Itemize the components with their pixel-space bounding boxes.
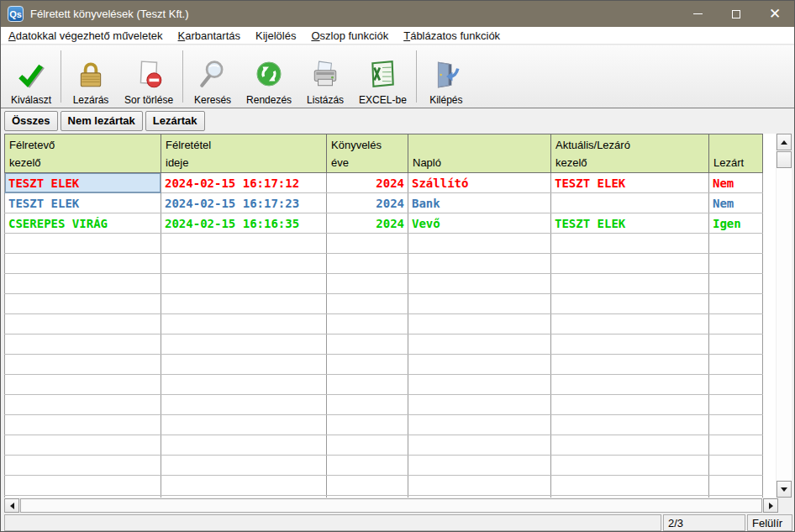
table-cell[interactable] (327, 415, 408, 435)
table-cell[interactable] (327, 375, 408, 395)
column-header-felretevo[interactable]: Félretevőkezelő (5, 134, 161, 173)
table-cell[interactable] (408, 456, 551, 476)
filter-open-button[interactable]: Nem lezártak (61, 111, 143, 131)
table-cell[interactable]: Nem (709, 193, 763, 213)
table-cell[interactable]: TESZT ELEK (5, 173, 161, 193)
table-cell[interactable] (709, 334, 763, 355)
table-cell[interactable]: 2024 (327, 173, 408, 193)
table-cell[interactable] (161, 294, 327, 314)
table-cell[interactable] (327, 294, 408, 314)
table-cell[interactable] (709, 395, 763, 415)
exit-button[interactable]: Kilépés (419, 45, 473, 108)
table-cell[interactable] (5, 314, 161, 334)
table-cell[interactable]: 2024 (327, 193, 408, 213)
table-cell[interactable] (5, 254, 161, 274)
table-cell[interactable] (709, 375, 763, 395)
table-cell[interactable]: Igen (709, 213, 763, 234)
table-cell[interactable] (408, 274, 551, 294)
table-cell[interactable]: Nem (709, 173, 763, 193)
column-header-eve[interactable]: Könyveléséve (327, 134, 408, 173)
table-cell[interactable] (551, 496, 709, 498)
table-cell[interactable] (327, 435, 408, 456)
table-cell[interactable]: TESZT ELEK (551, 213, 709, 234)
table-cell[interactable] (408, 375, 551, 395)
select-button[interactable]: Kiválaszt (4, 45, 58, 108)
table-cell[interactable]: 2024-02-15 16:16:35 (161, 213, 327, 234)
table-cell[interactable] (408, 254, 551, 274)
table-cell[interactable] (709, 476, 763, 496)
table-cell[interactable] (161, 334, 327, 355)
table-cell[interactable]: 2024 (327, 213, 408, 234)
table-cell[interactable] (551, 234, 709, 254)
table-cell[interactable] (161, 254, 327, 274)
table-cell[interactable] (5, 496, 161, 498)
close-button[interactable]: ✕ (756, 1, 794, 27)
table-cell[interactable] (551, 395, 709, 415)
table-cell[interactable] (709, 415, 763, 435)
export-excel-button[interactable]: EXCEL-be (352, 45, 413, 108)
vertical-scroll-thumb[interactable] (777, 151, 792, 168)
table-cell[interactable] (408, 334, 551, 355)
menu-kijeloles[interactable]: Kijelölés (248, 28, 303, 44)
column-header-naplo[interactable]: Napló (408, 134, 551, 173)
table-cell[interactable] (327, 334, 408, 355)
table-cell[interactable] (161, 355, 327, 375)
table-cell[interactable] (408, 496, 551, 498)
table-cell[interactable] (709, 355, 763, 375)
table-cell[interactable]: TESZT ELEK (551, 173, 709, 193)
table-cell[interactable] (408, 294, 551, 314)
table-cell[interactable] (161, 395, 327, 415)
table-cell[interactable] (709, 234, 763, 254)
table-cell[interactable] (408, 355, 551, 375)
table-cell[interactable] (551, 476, 709, 496)
table-cell[interactable] (161, 234, 327, 254)
table-cell[interactable] (408, 314, 551, 334)
table-cell[interactable] (161, 456, 327, 476)
table-cell[interactable] (327, 314, 408, 334)
table-cell[interactable] (551, 254, 709, 274)
table-cell[interactable] (327, 496, 408, 498)
table-cell[interactable] (161, 274, 327, 294)
table-cell[interactable] (709, 314, 763, 334)
table-cell[interactable] (5, 355, 161, 375)
table-cell[interactable] (551, 334, 709, 355)
horizontal-scroll-thumb[interactable] (20, 498, 762, 513)
table-cell[interactable] (551, 456, 709, 476)
menu-tablazatos-funkciok[interactable]: Táblázatos funkciók (396, 28, 508, 44)
scroll-left-button[interactable] (4, 498, 19, 513)
table-cell[interactable] (709, 456, 763, 476)
table-cell[interactable] (327, 355, 408, 375)
table-cell[interactable] (5, 476, 161, 496)
table-cell[interactable]: 2024-02-15 16:17:12 (161, 173, 327, 193)
table-cell[interactable] (327, 456, 408, 476)
table-cell[interactable] (551, 415, 709, 435)
table-cell[interactable] (5, 375, 161, 395)
table-cell[interactable] (161, 375, 327, 395)
delete-row-button[interactable]: Sor törlése (118, 45, 180, 108)
table-cell[interactable] (5, 294, 161, 314)
filter-all-button[interactable]: Összes (4, 111, 58, 131)
table-cell[interactable] (161, 476, 327, 496)
table-cell[interactable] (551, 294, 709, 314)
table-cell[interactable] (327, 234, 408, 254)
search-button[interactable]: Keresés (186, 45, 240, 108)
table-cell[interactable] (709, 274, 763, 294)
table-cell[interactable] (161, 435, 327, 456)
table-cell[interactable] (408, 415, 551, 435)
table-cell[interactable] (408, 476, 551, 496)
menu-adatokkal[interactable]: Adatokkal végezhető műveletek (1, 28, 171, 44)
filter-closed-button[interactable]: Lezártak (145, 111, 205, 131)
horizontal-scrollbar[interactable] (4, 498, 778, 513)
table-cell[interactable] (5, 435, 161, 456)
column-header-ideje[interactable]: Félretételideje (161, 134, 327, 173)
scroll-up-button[interactable] (777, 134, 792, 150)
table-cell[interactable] (709, 254, 763, 274)
table-cell[interactable]: CSEREPES VIRÁG (5, 213, 161, 234)
table-cell[interactable] (408, 234, 551, 254)
table-cell[interactable] (5, 415, 161, 435)
menu-oszlop-funkciok[interactable]: Oszlop funkciók (303, 28, 396, 44)
table-cell[interactable] (161, 415, 327, 435)
table-cell[interactable] (327, 274, 408, 294)
table-cell[interactable] (5, 334, 161, 355)
minimize-button[interactable] (678, 1, 717, 27)
